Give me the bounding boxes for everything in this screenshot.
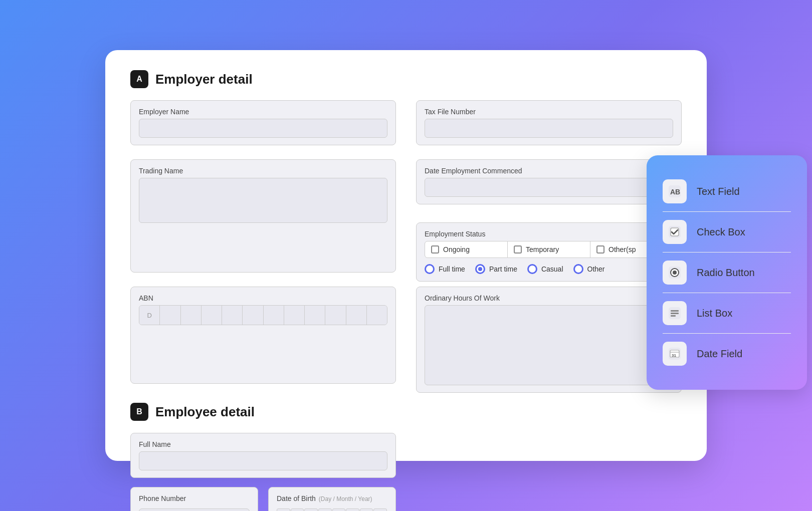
full-name-input[interactable] [139,451,387,470]
employment-radio-row: Full time Part time Casual Other [425,264,673,274]
panel-item-list-box[interactable]: List Box [663,293,791,334]
abn-cell-d: D [139,306,160,325]
radio-part-time-circle [475,264,485,274]
ordinary-hours-field: Ordinary Hours Of Work [416,287,682,393]
dob-d1: D [277,508,290,511]
phone-number-field: Phone Number [130,487,258,511]
svg-rect-9 [671,313,679,314]
ordinary-hours-label: Ordinary Hours Of Work [425,294,673,302]
employer-name-input[interactable] [139,119,387,138]
trading-name-label: Trading Name [139,167,387,175]
abn-cell-8 [305,306,325,325]
dob-y2: Y [346,508,359,511]
dob-m1: M [304,508,318,511]
checkbox-temporary-box [514,245,522,253]
tax-file-number-label: Tax File Number [425,108,673,116]
panel-item-text-field[interactable]: AB Text Field [663,171,791,212]
checkbox-ongoing-label: Ongoing [443,245,470,253]
abn-cell-2 [181,306,201,325]
svg-point-6 [673,271,677,275]
panel-text-field-label: Text Field [697,186,740,197]
svg-rect-10 [671,315,676,317]
svg-rect-8 [671,310,679,312]
employment-status-box: Employment Status Ongoing Temporary Othe… [416,222,682,282]
abn-cell-9 [325,306,346,325]
checkbox-temporary[interactable]: Temporary [508,241,590,258]
radio-part-time[interactable]: Part time [475,264,517,274]
radio-button-icon [663,261,687,285]
abn-label: ABN [139,294,387,302]
section-b-badge: B [130,403,148,421]
panel-item-check-box[interactable]: Check Box [663,212,791,252]
radio-other-circle [573,264,583,274]
date-employment-field: Date Employment Commenced [416,159,682,204]
svg-text:31: 31 [672,353,676,358]
radio-casual-label: Casual [541,265,563,273]
radio-full-time[interactable]: Full time [425,264,465,274]
section-a-header: A Employer detail [130,70,682,88]
panel-check-box-label: Check Box [697,226,745,238]
ordinary-hours-area[interactable] [425,305,673,385]
checkbox-other-sp-label: Other(sp [608,245,636,253]
radio-full-time-label: Full time [439,265,465,273]
abn-cell-11 [367,306,387,325]
list-box-icon [663,301,687,325]
tax-file-number-input[interactable] [425,119,673,138]
section-a-badge: A [130,70,148,88]
checkbox-other-sp-box [596,245,604,253]
main-card: A Employer detail Employer Name Tax File… [105,50,707,461]
floating-panel: AB Text Field Check Box [647,155,807,390]
checkbox-temporary-label: Temporary [526,245,559,253]
radio-other-label: Other [587,265,605,273]
radio-full-time-circle [425,264,435,274]
radio-casual[interactable]: Casual [527,264,563,274]
abn-cell-6 [264,306,284,325]
panel-date-field-label: Date Field [697,348,742,360]
abn-field: ABN D [130,287,396,384]
date-of-birth-label: Date of Birth [277,494,316,502]
svg-text:AB: AB [670,188,680,196]
date-employment-label: Date Employment Commenced [425,167,673,175]
panel-item-radio-button[interactable]: Radio Button [663,252,791,293]
panel-list-box-label: List Box [697,308,732,319]
trading-name-input[interactable] [139,178,387,223]
full-name-label: Full Name [139,440,387,448]
tax-file-number-field: Tax File Number [416,100,682,145]
employment-status-label: Employment Status [425,230,673,238]
employer-name-field: Employer Name [130,100,396,145]
date-employment-input[interactable] [425,178,673,197]
date-of-birth-field: Date of Birth (Day / Month / Year) D D M… [268,487,396,511]
panel-radio-button-label: Radio Button [697,267,755,279]
full-name-field: Full Name [130,433,396,478]
abn-cell-4 [222,306,243,325]
abn-cell-10 [346,306,367,325]
dob-y4: Y [373,508,387,511]
checkbox-ongoing[interactable]: Ongoing [425,241,508,258]
abn-cell-7 [284,306,305,325]
abn-cell-1 [160,306,180,325]
check-box-icon [663,220,687,244]
section-a-title: Employer detail [155,72,253,87]
abn-cell-3 [201,306,222,325]
radio-other[interactable]: Other [573,264,605,274]
date-of-birth-subtitle: (Day / Month / Year) [319,495,372,502]
dob-grid: D D M M Y Y Y Y [277,508,387,511]
panel-item-date-field[interactable]: 31 Date Field [663,334,791,374]
radio-casual-circle [527,264,537,274]
text-field-icon: AB [663,179,687,203]
dob-m2: M [318,508,332,511]
checkbox-ongoing-box [431,245,439,253]
dob-y1: Y [332,508,346,511]
section-b-header: B Employee detail [130,403,682,421]
employment-status-checkboxes: Ongoing Temporary Other(sp [425,241,673,258]
abn-cell-5 [243,306,263,325]
section-b-title: Employee detail [155,404,255,420]
dob-d2: D [291,508,304,511]
phone-number-input[interactable] [139,508,250,511]
radio-part-time-label: Part time [489,265,517,273]
employer-name-label: Employer Name [139,108,387,116]
phone-number-label: Phone Number [139,494,250,502]
abn-grid: D [139,305,387,325]
dob-y3: Y [360,508,373,511]
date-field-icon: 31 [663,342,687,366]
